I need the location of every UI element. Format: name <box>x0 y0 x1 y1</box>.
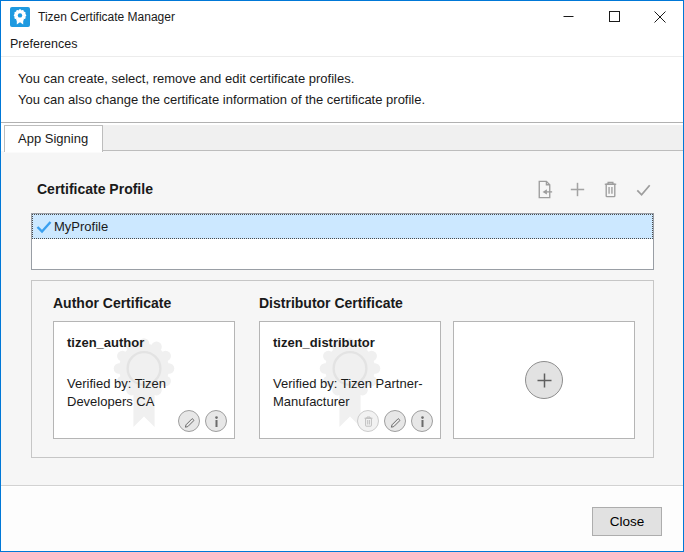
maximize-button[interactable] <box>591 1 637 32</box>
add-distributor-certificate-button[interactable] <box>525 361 563 399</box>
app-signing-panel: Certificate Profile <box>1 150 683 485</box>
distributor-certificate-info-button[interactable] <box>411 410 433 432</box>
minimize-icon <box>563 11 574 22</box>
author-certificate-verified-by: Verified by: Tizen Developers CA <box>67 375 217 411</box>
footer-bar: Close <box>1 485 683 552</box>
distributor-certificate-heading: Distributor Certificate <box>259 295 635 311</box>
menu-item-preferences[interactable]: Preferences <box>1 34 86 54</box>
activate-profile-icon <box>633 179 654 200</box>
add-profile-icon <box>567 179 588 200</box>
menu-bar: Preferences <box>1 32 683 57</box>
profile-toolbar <box>532 177 655 201</box>
author-card-actions <box>178 410 227 432</box>
info-line-1: You can create, select, remove and edit … <box>18 68 673 89</box>
distributor-cards-row: tizen_distributor Verified by: Tizen Par… <box>259 321 635 439</box>
import-profile-icon <box>534 179 555 200</box>
profile-list-item-myprofile[interactable]: MyProfile <box>32 214 653 239</box>
info-line-2: You can also change the certificate info… <box>18 89 673 110</box>
import-profile-button[interactable] <box>532 177 556 201</box>
certificates-group-box: Author Certificate tizen_autho <box>31 280 654 458</box>
info-icon <box>416 415 429 428</box>
add-profile-button[interactable] <box>565 177 589 201</box>
tab-app-signing[interactable]: App Signing <box>4 125 103 152</box>
profile-name: MyProfile <box>54 219 108 234</box>
distributor-card-actions <box>357 410 433 432</box>
remove-profile-button[interactable] <box>598 177 622 201</box>
close-window-button[interactable] <box>637 1 683 32</box>
trash-icon <box>362 415 375 428</box>
author-certificate-info-button[interactable] <box>205 410 227 432</box>
delete-distributor-certificate-button[interactable] <box>357 410 379 432</box>
active-profile-check-icon <box>35 219 53 235</box>
info-banner: You can create, select, remove and edit … <box>1 57 683 123</box>
tab-strip: App Signing <box>1 123 683 151</box>
pencil-icon <box>389 415 402 428</box>
certificate-profile-heading: Certificate Profile <box>37 181 153 197</box>
close-button[interactable]: Close <box>592 507 662 536</box>
author-certificate-heading: Author Certificate <box>53 295 235 311</box>
tab-strip-spacer <box>103 125 683 151</box>
pencil-icon <box>183 415 196 428</box>
info-icon <box>210 415 223 428</box>
maximize-icon <box>609 11 620 22</box>
distributor-certificate-column: Distributor Certificate <box>259 295 635 457</box>
title-bar: Tizen Certificate Manager <box>1 1 683 32</box>
add-distributor-certificate-card <box>453 321 635 439</box>
window-title: Tizen Certificate Manager <box>38 10 545 24</box>
window-controls <box>545 1 683 32</box>
add-certificate-icon <box>536 372 553 389</box>
close-icon <box>654 11 666 23</box>
tizen-certificate-manager-window: Tizen Certificate Manager Preferences Yo… <box>0 0 684 552</box>
remove-profile-icon <box>600 179 621 200</box>
edit-distributor-certificate-button[interactable] <box>384 410 406 432</box>
distributor-certificate-card: tizen_distributor Verified by: Tizen Par… <box>259 321 441 439</box>
minimize-button[interactable] <box>545 1 591 32</box>
activate-profile-button[interactable] <box>631 177 655 201</box>
author-certificate-card: tizen_author Verified by: Tizen Develope… <box>53 321 235 439</box>
certificate-profile-header-row: Certificate Profile <box>1 178 683 200</box>
author-certificate-column: Author Certificate tizen_autho <box>53 295 235 457</box>
distributor-certificate-verified-by: Verified by: Tizen Partner-Manufacturer <box>273 375 423 411</box>
distributor-certificate-name: tizen_distributor <box>273 335 427 350</box>
certificate-profile-list: MyProfile <box>31 213 654 270</box>
author-certificate-name: tizen_author <box>67 335 221 350</box>
tizen-certificate-manager-logo-icon <box>10 7 30 27</box>
edit-author-certificate-button[interactable] <box>178 410 200 432</box>
